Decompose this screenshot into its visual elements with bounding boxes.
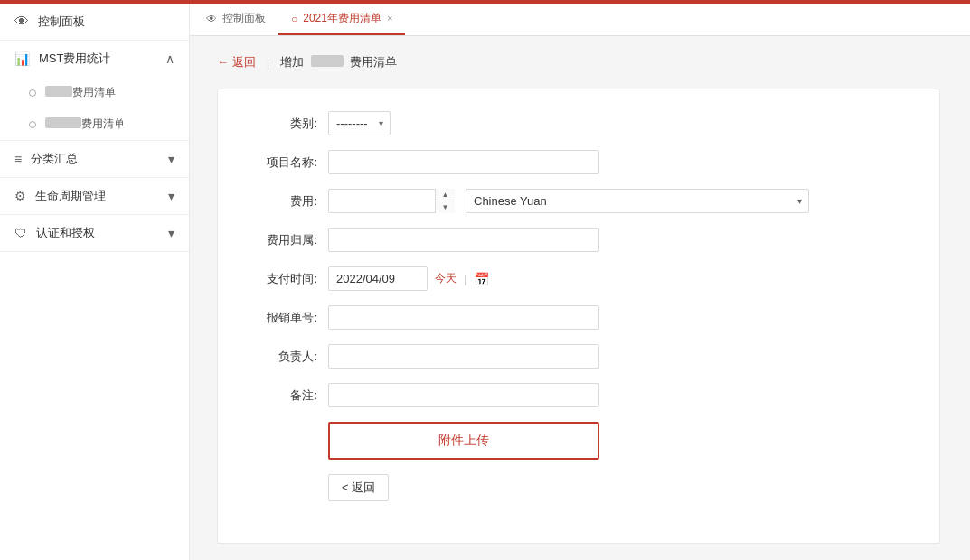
sidebar-section-classification: ≡ 分类汇总 xyxy=(0,141,189,178)
chart-icon: 📊 xyxy=(14,51,30,66)
category-select[interactable]: -------- xyxy=(328,111,391,135)
sidebar-sub-item-expense2[interactable]: 费用清单 xyxy=(0,108,189,140)
tab-bar: 👁 控制面板 ○ 2021年费用清单 × xyxy=(190,4,970,36)
form-row-feeowner: 费用归属: xyxy=(245,228,912,252)
sidebar-section-auth-header[interactable]: 🛡 认证和授权 xyxy=(0,215,189,251)
owner-input[interactable] xyxy=(328,344,599,369)
sidebar-dashboard-label: 控制面板 xyxy=(38,14,85,30)
today-link[interactable]: 今天 xyxy=(435,271,457,286)
main-content: 👁 控制面板 ○ 2021年费用清单 × ← 返回 | 增加 费用清单 xyxy=(190,4,970,560)
tab-dashboard-icon: 👁 xyxy=(206,13,217,25)
back-link[interactable]: ← 返回 xyxy=(217,54,256,70)
itemname-input[interactable] xyxy=(328,150,599,174)
chevron-down-icon-3 xyxy=(168,226,174,240)
circle-icon-2 xyxy=(29,121,36,128)
circle-icon-1 xyxy=(29,89,36,97)
tab-dashboard-label: 控制面板 xyxy=(222,11,266,26)
list-icon: ≡ xyxy=(14,152,22,166)
itemname-label: 项目名称: xyxy=(245,154,317,171)
sidebar-sub-label-1: 费用清单 xyxy=(45,85,116,100)
eye-icon: 👁 xyxy=(14,14,29,30)
fee-number-wrapper: ▲ ▼ xyxy=(328,189,455,213)
sidebar-sub-item-expense1[interactable]: 费用清单 xyxy=(0,77,189,108)
remark-input[interactable] xyxy=(328,383,599,407)
back-bar: ← 返回 | 增加 费用清单 xyxy=(217,54,943,70)
form-row-category: 类别: -------- ▾ xyxy=(245,111,912,135)
back-button[interactable]: < 返回 xyxy=(328,474,389,501)
date-row: 2022/04/09 今天 | 📅 xyxy=(328,266,489,291)
expenseno-input[interactable] xyxy=(328,305,599,330)
form-row-paydate: 支付时间: 2022/04/09 今天 | 📅 xyxy=(245,266,912,291)
file-upload-area[interactable]: 附件上传 xyxy=(328,422,599,460)
chevron-down-icon-2 xyxy=(168,189,174,203)
feeowner-input[interactable] xyxy=(328,228,599,252)
feeowner-label: 费用归属: xyxy=(245,232,317,248)
form-row-upload: 附件上传 xyxy=(245,422,912,460)
form-row-fee: 费用: ▲ ▼ Chinese Yuan US Dollar Euro xyxy=(245,189,912,213)
tab-close-button[interactable]: × xyxy=(387,14,392,23)
page-body: ← 返回 | 增加 费用清单 类别: -------- xyxy=(190,36,970,560)
owner-label: 负责人: xyxy=(245,349,317,365)
gear-icon: ⚙ xyxy=(14,189,26,203)
spinner-down-button[interactable]: ▼ xyxy=(436,201,455,213)
form-row-remark: 备注: xyxy=(245,383,912,407)
sidebar-lifecycle-label: 生命周期管理 xyxy=(35,188,106,204)
tab-expense-icon: ○ xyxy=(291,13,297,25)
form-row-owner: 负责人: xyxy=(245,344,912,369)
remark-label: 备注: xyxy=(245,387,317,404)
sidebar-section-mst-header[interactable]: 📊 MST费用统计 ∧ xyxy=(0,41,189,77)
sidebar-section-mst: 📊 MST费用统计 ∧ 费用清单 费用清单 xyxy=(0,41,189,141)
spinner-up-button[interactable]: ▲ xyxy=(436,189,455,201)
upload-label: 附件上传 xyxy=(438,433,489,447)
expenseno-label: 报销单号: xyxy=(245,310,317,326)
category-label: 类别: xyxy=(245,116,317,132)
sidebar: 👁 控制面板 📊 MST费用统计 ∧ 费用清单 xyxy=(0,4,190,560)
tab-expense-2021[interactable]: ○ 2021年费用清单 × xyxy=(278,4,405,35)
form-row-expenseno: 报销单号: xyxy=(245,305,912,330)
sidebar-sub-label-2: 费用清单 xyxy=(45,117,125,132)
currency-select[interactable]: Chinese Yuan US Dollar Euro Japanese Yen xyxy=(466,189,809,213)
chevron-down-icon-1 xyxy=(168,152,174,166)
paydate-input[interactable]: 2022/04/09 xyxy=(328,266,428,291)
form-row-back: < 返回 xyxy=(245,474,912,501)
currency-select-wrapper: Chinese Yuan US Dollar Euro Japanese Yen… xyxy=(466,189,809,213)
calendar-icon[interactable]: 📅 xyxy=(474,272,489,286)
sidebar-section-classification-header[interactable]: ≡ 分类汇总 xyxy=(0,141,189,177)
sidebar-section-auth: 🛡 认证和授权 xyxy=(0,215,189,252)
back-button-label: < 返回 xyxy=(342,480,375,496)
paydate-label: 支付时间: xyxy=(245,271,317,287)
add-title: 增加 费用清单 xyxy=(280,54,397,70)
sidebar-item-dashboard[interactable]: 👁 控制面板 xyxy=(0,4,189,41)
form-container: 类别: -------- ▾ 项目名称: 费用: xyxy=(217,89,940,544)
category-select-wrapper: -------- ▾ xyxy=(328,111,391,135)
date-divider: | xyxy=(464,272,466,285)
sidebar-section-lifecycle: ⚙ 生命周期管理 xyxy=(0,178,189,215)
spinner-buttons: ▲ ▼ xyxy=(435,189,455,213)
form-row-itemname: 项目名称: xyxy=(245,150,912,174)
sidebar-mst-label: MST费用统计 xyxy=(39,51,110,67)
sidebar-classification-label: 分类汇总 xyxy=(31,151,78,167)
tab-expense-label: 2021年费用清单 xyxy=(303,11,381,26)
sidebar-section-lifecycle-header[interactable]: ⚙ 生命周期管理 xyxy=(0,178,189,214)
chevron-up-icon: ∧ xyxy=(165,51,174,66)
sidebar-auth-label: 认证和授权 xyxy=(36,225,95,241)
fee-label: 费用: xyxy=(245,193,317,210)
tab-dashboard[interactable]: 👁 控制面板 xyxy=(193,4,278,35)
divider: | xyxy=(267,56,269,70)
shield-icon: 🛡 xyxy=(14,226,27,240)
